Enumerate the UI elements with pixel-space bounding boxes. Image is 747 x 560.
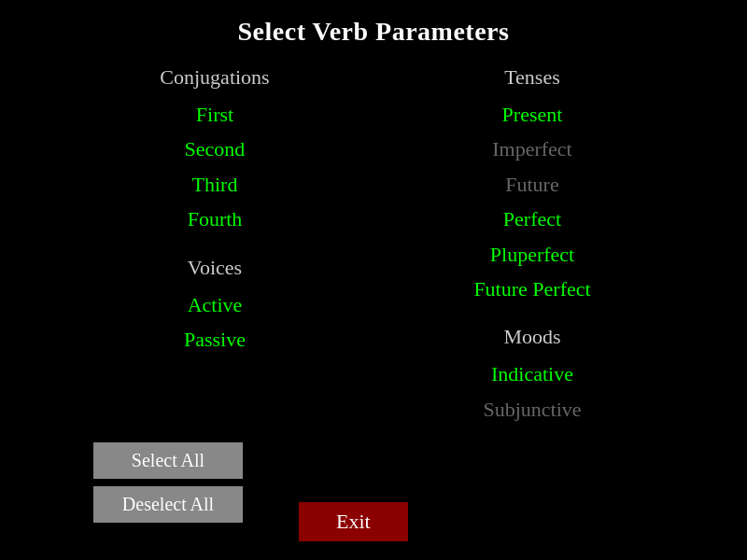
deselect-all-button[interactable]: Deselect All	[93, 486, 243, 523]
tenses-section: Tenses Present Imperfect Future Perfect …	[473, 65, 590, 306]
tenses-header: Tenses	[504, 65, 560, 90]
tense-perfect[interactable]: Perfect	[503, 202, 561, 236]
page-title: Select Verb Parameters	[238, 17, 510, 47]
tense-present[interactable]: Present	[502, 97, 563, 132]
voices-header: Voices	[188, 256, 242, 280]
moods-header: Moods	[503, 325, 560, 349]
tense-future[interactable]: Future	[505, 167, 558, 202]
voice-passive[interactable]: Passive	[184, 322, 246, 357]
conjugations-header: Conjugations	[160, 65, 269, 90]
conjugation-third[interactable]: Third	[192, 167, 238, 202]
voice-active[interactable]: Active	[188, 287, 243, 322]
select-all-button[interactable]: Select All	[93, 442, 243, 479]
exit-button[interactable]: Exit	[299, 502, 408, 541]
conjugation-second[interactable]: Second	[185, 132, 246, 166]
conjugation-fourth[interactable]: Fourth	[188, 202, 243, 236]
mood-subjunctive[interactable]: Subjunctive	[483, 392, 581, 427]
conjugation-first[interactable]: First	[196, 97, 233, 132]
tense-pluperfect[interactable]: Pluperfect	[490, 237, 574, 272]
tense-imperfect[interactable]: Imperfect	[492, 132, 572, 166]
tense-future-perfect[interactable]: Future Perfect	[473, 272, 590, 306]
moods-section: Moods Indicative Subjunctive	[483, 325, 581, 427]
mood-indicative[interactable]: Indicative	[491, 357, 573, 391]
conjugations-list: First Second Third Fourth	[160, 97, 269, 237]
voices-section: Voices Active Passive	[184, 256, 246, 357]
conjugations-section: Conjugations First Second Third Fourth	[160, 65, 269, 237]
